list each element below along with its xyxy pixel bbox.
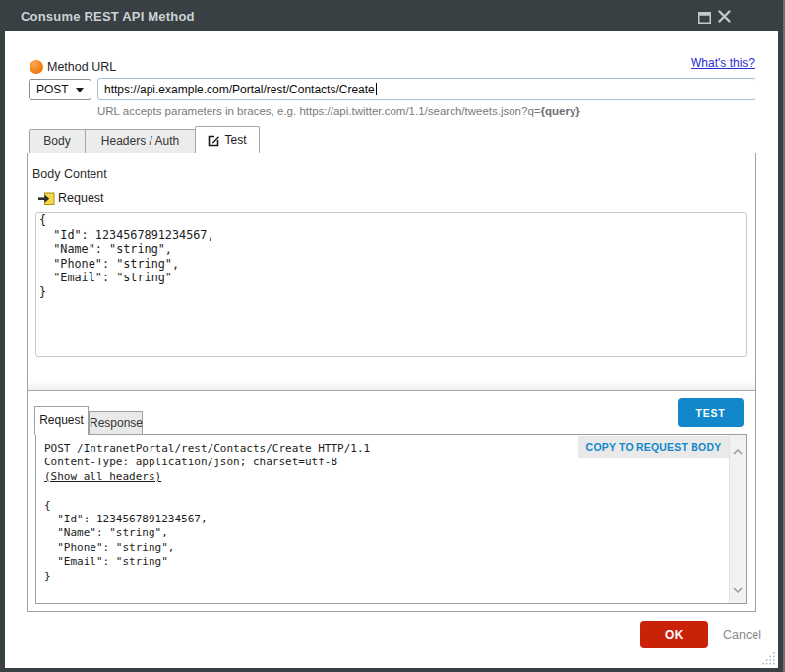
console-content-type-line: Content-Type: application/json; charset=… [44,456,337,468]
url-hint-query-token: {query} [541,105,580,117]
tab-body[interactable]: Body [30,130,86,153]
url-input[interactable]: https://api.example.com/Portal/rest/Cont… [97,78,755,100]
input-parameter-icon [38,192,55,210]
section-divider-shade [28,381,755,390]
rest-method-icon [30,60,43,74]
maximize-button[interactable] [698,10,714,26]
console-scrollbar[interactable] [729,435,746,603]
tab-headers-auth[interactable]: Headers / Auth [86,130,195,153]
http-method-select[interactable]: POST [29,79,91,100]
tab-strip: Body Headers / Auth [29,129,196,153]
close-icon [718,10,731,23]
url-hint-text: URL accepts parameters in braces, e.g. h… [97,105,580,117]
resize-grip[interactable] [762,652,776,666]
scroll-down-icon[interactable] [733,580,743,597]
section-divider [28,390,755,391]
text-caret [376,83,377,95]
http-method-value: POST [36,83,69,96]
show-all-headers-link[interactable]: (Show all headers) [44,470,161,483]
consume-rest-api-method-dialog: Consume REST API Method Method URL What'… [0,0,785,672]
subtab-response[interactable]: Response [89,411,143,435]
subtab-request[interactable]: Request [34,406,89,435]
ok-button[interactable]: OK [640,621,708,648]
title-bar[interactable]: Consume REST API Method [0,0,785,31]
method-url-label: Method URL [47,60,116,74]
cancel-button[interactable]: Cancel [723,628,761,641]
scroll-up-icon[interactable] [733,441,743,458]
tab-test-label: Test [224,133,246,147]
console-request-line: POST /IntranetPortal/rest/Contacts/Creat… [44,442,370,455]
dropdown-arrow-icon [76,88,84,92]
tab-test[interactable]: Test [195,126,260,153]
close-button[interactable] [718,9,734,25]
console-body: { "Id": 1234567891234567, "Name": "strin… [44,499,208,582]
whats-this-link[interactable]: What's this? [691,56,755,70]
body-content-label: Body Content [32,167,107,181]
url-input-value: https://api.example.com/Portal/rest/Cont… [104,83,375,96]
dialog-body: Method URL What's this? POST https://api… [5,31,778,668]
copy-to-request-body-button[interactable]: COPY TO REQUEST BODY [578,436,729,458]
dialog-title: Consume REST API Method [21,9,195,24]
request-parameter-label: Request [58,191,104,205]
url-input-text: https://api.example.com/Portal/rest/Cont… [104,83,377,96]
request-body-textarea[interactable]: { "Id": 1234567891234567, "Name": "strin… [35,212,747,357]
test-button[interactable]: TEST [678,398,744,427]
test-tab-page: Body Content Request { "Id": 12345678912… [27,153,756,612]
edit-icon [208,130,220,155]
maximize-icon [698,12,711,24]
url-hint-prefix: URL accepts parameters in braces, e.g. h… [97,105,541,117]
console-text: POST /IntranetPortal/rest/Contacts/Creat… [44,442,370,583]
request-console: POST /IntranetPortal/rest/Contacts/Creat… [35,434,747,604]
